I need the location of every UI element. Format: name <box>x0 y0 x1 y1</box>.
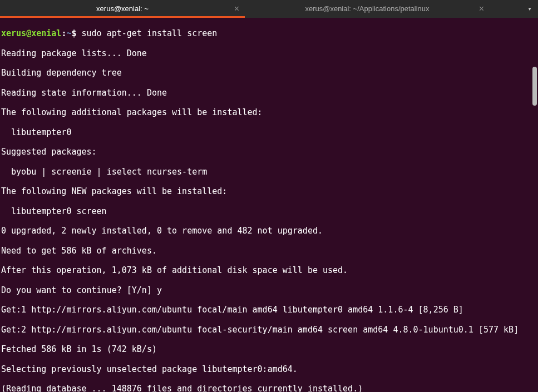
output-line: byobu | screenie | iselect ncurses-term <box>1 167 537 177</box>
output-line: The following NEW packages will be insta… <box>1 187 537 197</box>
output-line: libutempter0 screen <box>1 207 537 217</box>
prompt-line: xerus@xenial:~$ sudo apt-get install scr… <box>1 29 537 39</box>
output-line: Do you want to continue? [Y/n] y <box>1 286 537 296</box>
close-icon[interactable]: × <box>234 3 239 14</box>
output-line: (Reading database ... 148876 files and d… <box>1 384 537 392</box>
output-line: Fetched 586 kB in 1s (742 kB/s) <box>1 345 537 355</box>
output-line: Suggested packages: <box>1 147 537 157</box>
prompt-at: @ <box>26 28 31 38</box>
terminal-output[interactable]: xerus@xenial:~$ sudo apt-get install scr… <box>0 18 538 392</box>
output-line: Get:1 http://mirrors.aliyun.com/ubuntu f… <box>1 305 537 315</box>
output-line: Reading state information... Done <box>1 88 537 98</box>
output-line: Need to get 586 kB of archives. <box>1 246 537 256</box>
tab-title: xerus@xenial: ~ <box>96 4 149 13</box>
scrollbar-track[interactable] <box>531 18 537 392</box>
output-line: Building dependency tree <box>1 68 537 78</box>
scrollbar-thumb[interactable] <box>532 67 537 106</box>
close-icon[interactable]: × <box>479 3 484 14</box>
chevron-down-icon: ▾ <box>527 5 531 13</box>
titlebar: xerus@xenial: ~ × xerus@xenial: ~/Applic… <box>0 0 538 18</box>
output-line: The following additional packages will b… <box>1 108 537 118</box>
output-line: libutempter0 <box>1 128 537 138</box>
dropdown-button[interactable]: ▾ <box>521 5 538 13</box>
command-text: sudo apt-get install screen <box>82 28 218 38</box>
prompt-host: xenial <box>31 28 61 38</box>
terminal-tab-2[interactable]: xerus@xenial: ~/Applications/petalinux × <box>245 0 490 18</box>
output-line: Reading package lists... Done <box>1 49 537 59</box>
output-line: Get:2 http://mirrors.aliyun.com/ubuntu f… <box>1 325 537 335</box>
prompt-user: xerus <box>1 28 26 38</box>
prompt-dollar: $ <box>71 28 81 38</box>
terminal-tab-1[interactable]: xerus@xenial: ~ × <box>0 0 245 18</box>
tab-title: xerus@xenial: ~/Applications/petalinux <box>305 4 429 13</box>
output-line: 0 upgraded, 2 newly installed, 0 to remo… <box>1 226 537 236</box>
output-line: After this operation, 1,073 kB of additi… <box>1 266 537 276</box>
output-line: Selecting previously unselected package … <box>1 365 537 375</box>
tab-bar: xerus@xenial: ~ × xerus@xenial: ~/Applic… <box>0 0 521 18</box>
